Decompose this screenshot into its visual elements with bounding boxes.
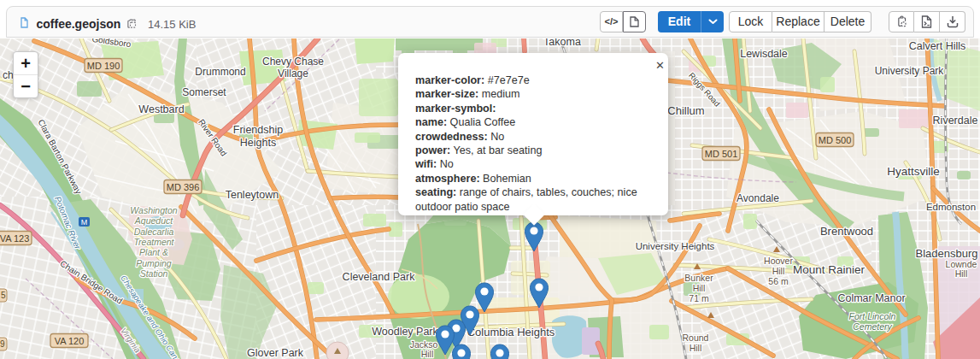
- svg-text:Treatment: Treatment: [133, 237, 174, 247]
- svg-text:University Heights: University Heights: [636, 241, 715, 251]
- svg-text:MD 500: MD 500: [819, 135, 852, 145]
- svg-text:Chillum: Chillum: [667, 104, 704, 117]
- svg-text:Bunker: Bunker: [684, 273, 713, 283]
- svg-text:Washington: Washington: [130, 205, 177, 215]
- svg-text:Pumping: Pumping: [136, 258, 172, 268]
- svg-text:Hill: Hill: [693, 283, 706, 293]
- svg-text:Hill: Hill: [772, 266, 785, 276]
- svg-text:VA 123: VA 123: [0, 233, 29, 244]
- svg-text:Hill: Hill: [955, 268, 968, 279]
- svg-text:Aqueduct: Aqueduct: [134, 215, 173, 226]
- svg-text:MD 190: MD 190: [87, 61, 120, 71]
- svg-text:Lewisdale: Lewisdale: [740, 48, 788, 60]
- svg-text:Dalecarlia: Dalecarlia: [134, 227, 174, 237]
- svg-text:5: 5: [1, 291, 6, 300]
- svg-text:Fort Lincoln: Fort Lincoln: [849, 311, 896, 321]
- svg-text:Cleveland Park: Cleveland Park: [343, 271, 416, 283]
- svg-text:MD 396: MD 396: [167, 182, 200, 192]
- svg-text:Hyattsville: Hyattsville: [887, 165, 940, 178]
- svg-text:Bladensburg: Bladensburg: [916, 247, 978, 260]
- svg-text:Hill: Hill: [690, 343, 702, 353]
- svg-text:ch: ch: [3, 69, 14, 81]
- svg-text:Friendship: Friendship: [233, 124, 283, 136]
- svg-text:56 m: 56 m: [768, 276, 789, 286]
- svg-text:Colmar Manor: Colmar Manor: [837, 292, 905, 304]
- svg-text:Woodley Park: Woodley Park: [372, 326, 438, 338]
- svg-text:Takoma: Takoma: [543, 38, 581, 48]
- svg-text:MD 501: MD 501: [705, 149, 738, 159]
- svg-text:VA 120: VA 120: [55, 336, 85, 346]
- svg-text:Drummond: Drummond: [195, 66, 245, 78]
- svg-text:Cemetery: Cemetery: [853, 321, 892, 332]
- svg-text:Westbard: Westbard: [138, 103, 184, 115]
- svg-text:Mount Rainier: Mount Rainier: [793, 263, 866, 276]
- svg-text:University Park: University Park: [875, 65, 945, 77]
- svg-text:Plant &: Plant &: [139, 247, 168, 257]
- svg-text:Hill: Hill: [421, 349, 434, 359]
- svg-text:Edmonston: Edmonston: [926, 202, 976, 212]
- svg-text:Heights: Heights: [240, 137, 276, 149]
- svg-text:Hoover: Hoover: [764, 256, 793, 266]
- svg-text:Avondale: Avondale: [736, 192, 779, 204]
- svg-text:Round: Round: [683, 333, 709, 343]
- svg-text:Station: Station: [140, 268, 168, 279]
- svg-text:Tenleytown: Tenleytown: [226, 189, 279, 201]
- svg-text:Somerset: Somerset: [182, 86, 226, 98]
- svg-text:71 m: 71 m: [689, 293, 709, 303]
- svg-text:Riverdale: Riverdale: [933, 115, 978, 127]
- svg-text:Glover Park: Glover Park: [247, 347, 304, 359]
- svg-text:Chevy Chase: Chevy Chase: [262, 56, 324, 68]
- svg-text:M: M: [81, 218, 88, 227]
- svg-text:Columbia Heights: Columbia Heights: [467, 326, 555, 338]
- svg-text:Brentwood: Brentwood: [820, 225, 873, 238]
- svg-text:Calvert Hills: Calvert Hills: [909, 40, 966, 52]
- svg-text:9: 9: [0, 339, 5, 349]
